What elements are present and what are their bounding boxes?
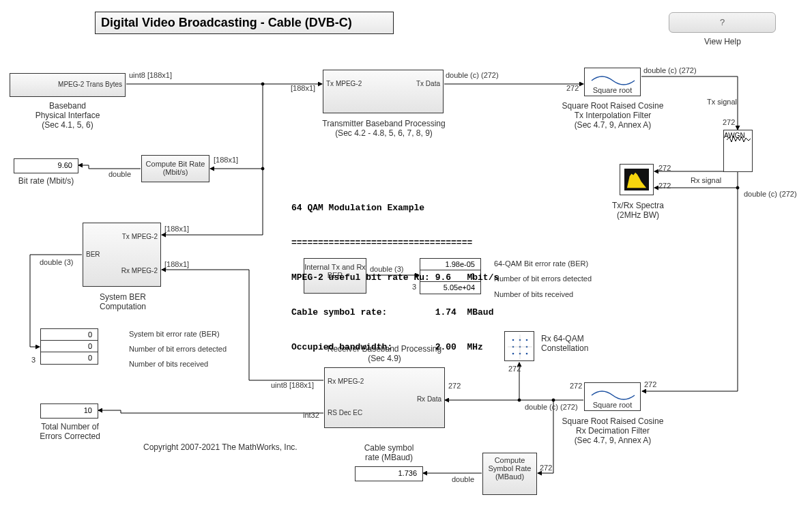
info-line-4: Cable symbol rate: 1.74 MBaud (291, 307, 499, 318)
label-internal-ber-1: 64-QAM Bit error rate (BER) (494, 259, 588, 268)
wl-tx-in-272: 272 (566, 84, 579, 92)
constellation-icon (505, 332, 535, 362)
info-line-3: MPEG-2 useful bit rate Ru: 9.6 Mbit/s (291, 272, 499, 283)
block-receiver[interactable]: Rx MPEG-2 RS Dec EC Rx Data (324, 367, 445, 428)
block-compute-bitrate[interactable]: Compute Bit Rate (Mbit/s) (141, 155, 209, 182)
block-tx-filter[interactable]: Square root (584, 68, 641, 96)
display-symrate[interactable]: 1.736 (355, 466, 423, 481)
label-ber-1: System bit error rate (BER) (129, 330, 220, 338)
caption-mpeg2-source: Baseband Physical Interface (Sec 4.1, 5,… (30, 101, 105, 130)
port-ber-rx-in: Rx MPEG-2 (121, 267, 158, 274)
compute-bitrate-label: Compute Bit Rate (Mbit/s) (142, 160, 209, 176)
label-ber-2: Number of bit errors detected (129, 345, 227, 353)
wl-spec-in1: 272 (658, 164, 671, 172)
wl-rx-signal: Rx signal (691, 176, 721, 184)
spectra-screen (624, 169, 649, 190)
display-bitrate[interactable]: 9.60 (14, 158, 78, 173)
wl-sym-out: double (452, 475, 474, 483)
display-errors-corrected[interactable]: 10 (40, 403, 98, 419)
caption-tx-filter: Square Root Raised Cosine Tx Interpolati… (562, 101, 664, 130)
block-transmitter[interactable]: Tx MPEG-2 Tx Data (323, 70, 444, 113)
block-txrx-spectra[interactable] (620, 164, 654, 195)
caption-system-ber: System BER Computation (89, 292, 157, 311)
awgn-noise-icon (724, 132, 753, 147)
wl-tx-signal: Tx signal (707, 98, 737, 106)
svg-point-1 (261, 167, 264, 170)
caption-transmitter: Transmitter Baseband Processing (Sec 4.2… (318, 119, 450, 138)
block-constellation[interactable] (504, 331, 534, 361)
block-rx-filter[interactable]: Square root (584, 382, 641, 411)
display-ber-row-2: 0 (41, 341, 98, 352)
wl-cbr-out: double (108, 170, 131, 178)
model-title: Digital Video Broadcasting - Cable (DVB-… (95, 12, 394, 34)
wl-awgn-in: 272 (723, 118, 735, 126)
info-line-2: ================================== (291, 237, 499, 249)
wl-rxfilt-out-lbl: double (c) (272) (525, 403, 578, 411)
svg-point-10 (512, 339, 514, 341)
caption-errors-corrected: Total Number of Errors Corrected (38, 422, 102, 441)
svg-point-12 (526, 339, 528, 341)
port-rs-dec-ec-out: RS Dec EC (328, 409, 362, 416)
compute-symrate-label: Compute Symbol Rate (MBaud) (483, 456, 536, 481)
caption-bitrate: Bit rate (Mbit/s) (17, 176, 75, 186)
block-mpeg2-source[interactable]: MPEG-2 Trans Bytes (10, 73, 126, 97)
wl-sym-in: 272 (540, 464, 552, 472)
info-line-5: Occupied bandwidth: 2.00 MHz (291, 341, 499, 353)
svg-point-0 (261, 83, 264, 85)
caption-spectra: Tx/Rx Spectra (2MHz BW) (611, 201, 665, 220)
wl-src-out: uint8 [188x1] (129, 71, 172, 79)
wl-ber-out: double (3) (40, 258, 74, 266)
display-system-ber[interactable]: 0 0 0 (40, 328, 98, 365)
port-tx-mpeg2-in: Tx MPEG-2 (326, 80, 362, 87)
block-compute-symrate[interactable]: Compute Symbol Rate (MBaud) (482, 453, 537, 495)
port-ber-out: BER (86, 251, 100, 258)
caption-symrate: Cable symbol rate (MBaud) (362, 443, 416, 462)
wl-dc272a: double (c) (272) (744, 190, 797, 198)
port-rx-mpeg2-out: Rx MPEG-2 (328, 378, 364, 385)
label-ber-3: Number of bits received (129, 360, 208, 368)
port-tx-data-out: Tx Data (416, 80, 440, 87)
wl-cbr-in: [188x1] (214, 156, 238, 164)
wl-const-in: 272 (508, 365, 521, 373)
view-help-button[interactable]: ? (669, 12, 776, 33)
wl-rx-out-dim: uint8 [188x1] (271, 381, 314, 389)
wl-disp-iber-3: 3 (412, 283, 416, 291)
svg-point-5 (518, 399, 521, 401)
label-internal-ber-3: Number of bits received (494, 290, 573, 298)
wl-ber-in2: [188x1] (164, 260, 189, 268)
display-ber-row-1: 0 (41, 329, 98, 341)
wl-tx-out: double (c) (272) (446, 71, 499, 79)
view-help-caption: View Help (704, 37, 741, 46)
svg-point-16 (512, 353, 514, 355)
block-system-ber[interactable]: Tx MPEG-2 Rx MPEG-2 BER (83, 223, 161, 287)
wl-rxfilt-out-a: 272 (570, 382, 582, 390)
copyright-text: Copyright 2007-2021 The MathWorks, Inc. (143, 442, 298, 452)
svg-point-2 (736, 186, 739, 189)
svg-point-18 (526, 353, 528, 355)
caption-rx-filter: Square Root Raised Cosine Rx Decimation … (562, 416, 664, 445)
port-rx-data-in: Rx Data (417, 395, 441, 403)
wl-iber-out: double (3) (370, 265, 404, 273)
wl-ber-in1: [188x1] (164, 225, 189, 233)
info-line-1: 64 QAM Modulation Example (291, 202, 499, 214)
block-awgn[interactable]: AWGN (723, 130, 753, 172)
wl-spec-in2: 272 (658, 182, 671, 190)
port-mpeg2-out: MPEG-2 Trans Bytes (58, 81, 122, 88)
svg-point-8 (552, 399, 555, 401)
wl-disp-sys-3: 3 (31, 356, 35, 364)
label-internal-ber-2: Number of bit errors detected (494, 274, 592, 283)
port-ber-tx-in: Tx MPEG-2 (122, 233, 158, 240)
rx-filter-label: Square root (585, 401, 640, 409)
wl-rxfilt-in: 272 (644, 380, 656, 388)
wl-rx-in: 272 (448, 382, 461, 390)
wl-tx-in-dim: [188x1] (291, 84, 315, 92)
caption-constellation: Rx 64-QAM Constellation (541, 334, 596, 353)
display-ber-row-3: 0 (41, 352, 98, 364)
wl-rx-out-int32: int32 (303, 411, 319, 419)
tx-filter-label: Square root (585, 86, 640, 94)
wl-txfilt-out: double (c) (272) (643, 66, 697, 74)
